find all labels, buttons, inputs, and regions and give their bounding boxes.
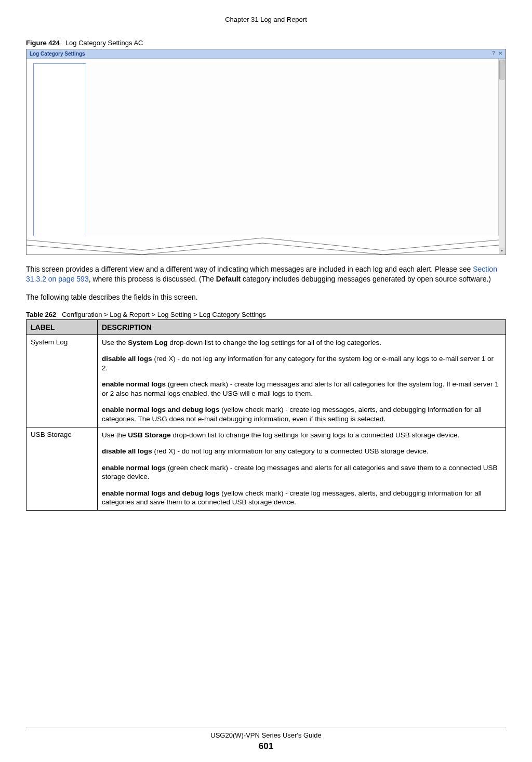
toolbar-dropdown[interactable]: E-mail Server 2▾ [208,63,254,255]
para-intro: This screen provides a different view an… [26,264,506,284]
row-label: USB Storage [26,427,98,510]
scroll-down-icon[interactable]: ▾ [499,248,505,254]
toolbar-dropdown[interactable]: Remote Server 2▾ [305,63,354,255]
toolbar-dropdown[interactable]: System Log▾ [32,63,117,255]
window-title: Log Category Settings [30,51,85,57]
row-desc: Use the USB Storage drop-down list to ch… [98,427,506,510]
footer-guide: USG20(W)-VPN Series User's Guide [0,731,532,739]
toolbar-icon [33,63,86,255]
toolbar-dropdown[interactable]: Remote Server 1▾ [255,63,304,255]
toolbar-dropdown[interactable]: E-mail Server 1▾ [161,63,206,255]
row-desc: Use the System Log drop-down list to cha… [98,335,506,427]
description-table: LABEL DESCRIPTION System Log Use the Sys… [26,319,506,511]
toolbar-dropdown[interactable]: Remote Server 3▾ [356,63,405,255]
toolbar-dropdown[interactable]: Remote Server 4▾ [406,63,455,255]
toolbar: System Log▾USB Storage▾E-mail Server 1▾E… [32,63,500,255]
screenshot-window: Log Category Settings ? ✕ System Log▾USB… [26,49,506,255]
table-row: System Log Use the System Log drop-down … [26,335,506,427]
table-caption: Table 262 Configuration > Log & Report >… [26,311,506,318]
scroll-thumb[interactable] [499,60,504,79]
th-label: LABEL [26,319,98,335]
toolbar-dropdown[interactable]: USB Storage▾ [118,63,159,255]
chapter-header: Chapter 31 Log and Report [26,16,506,23]
scrollbar[interactable]: ▴ ▾ [498,59,505,254]
help-icon[interactable]: ? [492,50,495,56]
th-description: DESCRIPTION [98,319,506,335]
page-footer: USG20(W)-VPN Series User's Guide 601 [0,728,532,752]
para-lead: The following table describes the fields… [26,292,506,302]
figure-text: Log Category Settings AC [65,39,143,47]
row-label: System Log [26,335,98,427]
figure-label: Figure 424 [26,39,60,47]
window-titlebar: Log Category Settings ? ✕ [26,49,506,59]
table-row: USB Storage Use the USB Storage drop-dow… [26,427,506,510]
close-icon[interactable]: ✕ [498,50,502,56]
torn-edge [26,236,499,255]
footer-page-number: 601 [0,741,532,752]
figure-caption: Figure 424 Log Category Settings AC [26,39,506,47]
